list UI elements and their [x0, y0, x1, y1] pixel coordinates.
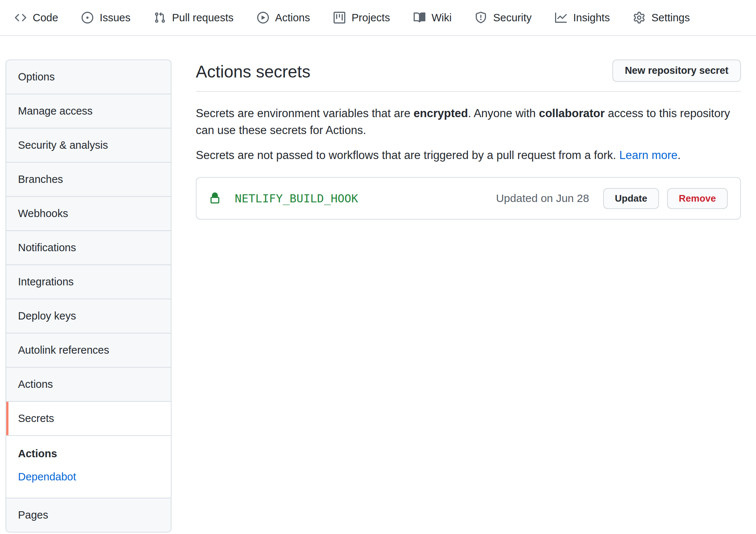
- tab-label: Actions: [275, 12, 310, 24]
- sidebar-item-integrations[interactable]: Integrations: [6, 265, 171, 299]
- remove-secret-button[interactable]: Remove: [667, 188, 728, 209]
- tab-code[interactable]: Code: [3, 12, 70, 24]
- sidebar-item-autolink-references[interactable]: Autolink references: [6, 333, 171, 368]
- git-pull-request-icon: [154, 12, 166, 24]
- tab-label: Security: [493, 12, 532, 24]
- sidebar-item-webhooks[interactable]: Webhooks: [6, 197, 171, 231]
- play-icon: [257, 12, 269, 24]
- tab-settings[interactable]: Settings: [622, 12, 702, 24]
- tab-label: Wiki: [432, 12, 452, 24]
- tab-pull-requests[interactable]: Pull requests: [142, 12, 245, 24]
- description-text: Secrets are environment variables that a…: [196, 107, 414, 120]
- secret-row: NETLIFY_BUILD_HOOK Updated on Jun 28 Upd…: [196, 177, 741, 220]
- sidebar-item-options[interactable]: Options: [6, 60, 171, 94]
- actions-secrets-main: Actions secrets New repository secret Se…: [196, 59, 741, 220]
- tab-insights[interactable]: Insights: [543, 12, 622, 24]
- sidebar-item-branches[interactable]: Branches: [6, 163, 171, 197]
- project-icon: [334, 12, 345, 24]
- sidebar-item-manage-access[interactable]: Manage access: [6, 94, 171, 129]
- secrets-subnav: Actions Dependabot: [6, 436, 171, 498]
- sidebar-item-actions[interactable]: Actions: [6, 368, 171, 402]
- description-bold-encrypted: encrypted: [414, 107, 468, 120]
- sidebar-item-secrets[interactable]: Secrets: [6, 402, 171, 436]
- secrets-description: Secrets are environment variables that a…: [196, 105, 741, 139]
- learn-more-link[interactable]: Learn more: [619, 149, 678, 162]
- tab-projects[interactable]: Projects: [322, 12, 402, 24]
- graph-icon: [555, 12, 567, 24]
- subnav-link-dependabot[interactable]: Dependabot: [18, 471, 76, 483]
- lock-icon: [209, 192, 221, 204]
- page-head: Actions secrets New repository secret: [196, 59, 741, 92]
- fork-note-period: .: [677, 149, 681, 162]
- sidebar-item-notifications[interactable]: Notifications: [6, 231, 171, 265]
- tab-wiki[interactable]: Wiki: [402, 12, 464, 24]
- tab-label: Issues: [100, 12, 130, 24]
- fork-note: Secrets are not passed to workflows that…: [196, 147, 741, 164]
- tab-label: Projects: [352, 12, 390, 24]
- tab-label: Code: [33, 12, 58, 24]
- issue-opened-icon: [82, 12, 93, 24]
- tab-actions[interactable]: Actions: [245, 12, 322, 24]
- repo-tab-nav: Code Issues Pull requests Actions Projec…: [0, 0, 756, 36]
- tab-label: Pull requests: [172, 12, 234, 24]
- tab-security[interactable]: Security: [463, 12, 543, 24]
- page-title: Actions secrets: [196, 60, 310, 83]
- book-icon: [414, 12, 425, 24]
- gear-icon: [633, 12, 645, 24]
- secret-name: NETLIFY_BUILD_HOOK: [235, 192, 358, 205]
- sidebar-item-security-analysis[interactable]: Security & analysis: [6, 129, 171, 163]
- update-secret-button[interactable]: Update: [603, 188, 659, 209]
- description-bold-collaborator: collaborator: [539, 107, 605, 120]
- subnav-item-actions-current[interactable]: Actions: [18, 448, 159, 460]
- sidebar-item-pages[interactable]: Pages: [6, 498, 171, 532]
- settings-layout: Options Manage access Security & analysi…: [0, 36, 756, 533]
- settings-sidenav: Options Manage access Security & analysi…: [6, 59, 172, 533]
- fork-note-text: Secrets are not passed to workflows that…: [196, 149, 619, 162]
- tab-label: Insights: [573, 12, 610, 24]
- tab-label: Settings: [651, 12, 690, 24]
- description-text: . Anyone with: [468, 107, 539, 120]
- code-icon: [15, 12, 26, 24]
- sidebar-item-deploy-keys[interactable]: Deploy keys: [6, 299, 171, 333]
- tab-issues[interactable]: Issues: [70, 12, 142, 24]
- secret-updated-date: Updated on Jun 28: [496, 192, 589, 205]
- new-repository-secret-button[interactable]: New repository secret: [612, 59, 741, 82]
- shield-icon: [475, 12, 487, 24]
